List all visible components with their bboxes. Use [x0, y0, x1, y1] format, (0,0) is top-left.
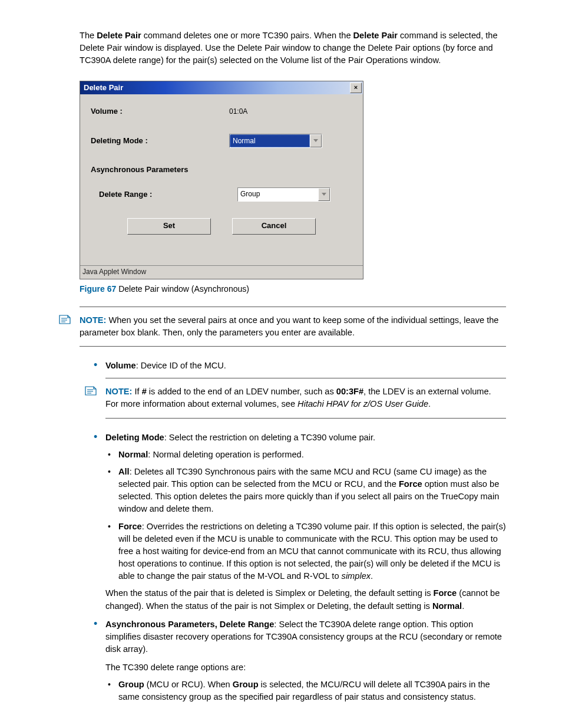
tail-bold: Force: [434, 588, 457, 598]
sub-bold: Force: [118, 522, 142, 531]
chevron-down-icon: [318, 188, 330, 201]
status-bar: Java Applet Window: [80, 265, 363, 278]
tail-bold: Normal: [432, 601, 462, 611]
svg-marker-1: [322, 193, 326, 196]
deleting-mode-value: Normal: [230, 134, 310, 147]
note-block: NOTE: When you set the several pairs at …: [80, 307, 506, 347]
cancel-button[interactable]: Cancel: [232, 218, 316, 235]
note-label: NOTE:: [105, 387, 132, 396]
close-button[interactable]: ×: [350, 83, 362, 93]
note-text: .: [428, 399, 431, 409]
sub-bold: Group: [233, 680, 259, 689]
note-text: If: [132, 387, 141, 396]
volume-value: 01:0A: [229, 107, 247, 117]
intro-text: command deletes one or more TC390 pairs.…: [141, 31, 353, 40]
svg-marker-0: [313, 139, 318, 142]
volume-label: Volume :: [91, 106, 229, 117]
list-item: Volume: Device ID of the MCU.: [91, 360, 506, 372]
async-params-label: Asynchronous Parameters: [91, 164, 352, 176]
bullet-text: : Select the restriction on deleting a T…: [164, 433, 375, 442]
deleting-mode-select[interactable]: Normal: [229, 134, 322, 148]
note-icon: [58, 314, 71, 325]
bullet-bold: Deleting Mode: [105, 433, 164, 442]
sub-text: (MCU or RCU). When: [144, 680, 233, 689]
list-item: All: Deletes all TC390 Synchronous pairs…: [105, 466, 506, 516]
figure-text: Delete Pair window (Asynchronous): [116, 284, 249, 294]
tail-text: .: [462, 601, 464, 611]
delete-range-value: Group: [238, 188, 318, 201]
sub-bold: All: [118, 467, 130, 476]
sub-italic: simplex: [342, 571, 371, 581]
sub-text: : Overrides the restrictions on deleting…: [118, 522, 506, 581]
intro-paragraph: The Delete Pair command deletes one or m…: [80, 29, 506, 67]
sub-text: .: [371, 571, 373, 581]
delete-range-select[interactable]: Group: [237, 187, 330, 202]
note-italic: Hitachi HPAV for z/OS User Guide: [297, 399, 428, 409]
note-icon: [84, 386, 97, 396]
dialog-titlebar: Delete Pair ×: [80, 81, 363, 94]
continuation-text: When the status of the pair that is dele…: [105, 587, 506, 612]
figure-id: Figure 67: [80, 284, 116, 294]
set-button[interactable]: Set: [127, 218, 211, 235]
deleting-mode-label: Deleting Mode :: [91, 136, 229, 147]
chevron-down-icon: [310, 134, 322, 147]
tail-text: When the status of the pair that is dele…: [105, 588, 434, 598]
list-item: Deleting Mode: Select the restriction on…: [91, 431, 506, 612]
delete-pair-dialog: Delete Pair × Volume : 01:0A Deleting Mo…: [80, 81, 363, 279]
intro-text: The: [80, 31, 97, 40]
delete-range-label: Delete Range :: [91, 189, 237, 200]
intro-bold: Delete Pair: [97, 31, 141, 40]
sub-bold: Force: [399, 479, 422, 489]
figure-caption: Figure 67 Delete Pair window (Asynchrono…: [80, 283, 506, 295]
dialog-title: Delete Pair: [84, 83, 123, 94]
note-bold: 00:3F#: [336, 387, 363, 396]
note-text: When you set the several pairs at once a…: [80, 315, 498, 337]
list-item: Asynchronous Parameters, Delete Range: S…: [91, 618, 506, 704]
intro-bold: Delete Pair: [353, 31, 398, 40]
bullet-bold: Asynchronous Parameters, Delete Range: [105, 620, 274, 629]
sub-text: : Normal deleting operation is performed…: [148, 450, 303, 459]
note-block: NOTE: If # is added to the end of an LDE…: [105, 378, 506, 418]
list-item: Group (MCU or RCU). When Group is select…: [105, 678, 506, 703]
bullet-bold: Volume: [105, 361, 136, 370]
list-item: Force: Overrides the restrictions on del…: [105, 521, 506, 583]
bullet-text: : Device ID of the MCU.: [136, 361, 226, 370]
sub-bold: Normal: [118, 450, 148, 459]
list-item: Normal: Normal deleting operation is per…: [105, 449, 506, 461]
sub-bold: Group: [118, 680, 144, 689]
continuation-text: The TC390 delete range options are:: [105, 661, 506, 674]
note-bold: #: [142, 387, 147, 396]
note-label: NOTE:: [80, 315, 106, 325]
note-text: is added to the end of an LDEV number, s…: [147, 387, 336, 396]
